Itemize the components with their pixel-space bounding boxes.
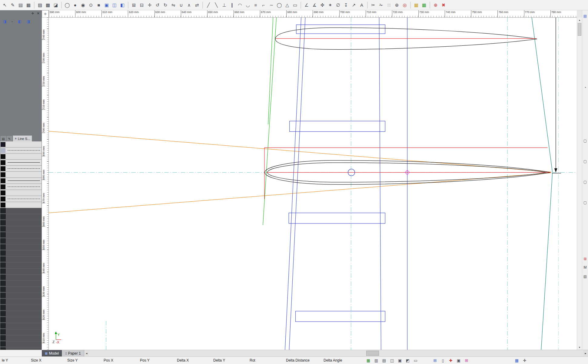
viewport-split-icon[interactable]: ◧ [119, 1, 126, 9]
tab-model[interactable]: ▦ Model [42, 350, 62, 356]
circle-tool-icon[interactable]: ◯ [64, 1, 71, 9]
scroll-up-button[interactable]: ▴ [577, 18, 582, 22]
panel-d-icon[interactable]: ▢ [583, 200, 588, 205]
line-tool-icon[interactable]: ╱ [205, 1, 212, 9]
ruler-corner-tracking-icon[interactable]: ✛ [42, 10, 49, 18]
copy-icon[interactable]: ⊞ [130, 1, 138, 9]
text-tool-icon[interactable]: A [358, 1, 365, 9]
line-style-row[interactable] [0, 178, 42, 184]
close-icon[interactable]: ✕ [36, 12, 40, 15]
node-edit-icon[interactable]: ∪ [178, 1, 185, 9]
line-style-row[interactable] [0, 190, 42, 196]
angle-icon[interactable]: ∠ [303, 1, 310, 9]
panel-mini-tab-2[interactable]: ✎ [7, 136, 12, 141]
status-clock-icon[interactable]: ◔ [583, 85, 588, 90]
list-panel-icon[interactable]: ▤ [583, 274, 588, 279]
dock-left-icon[interactable]: ◧ [18, 19, 22, 24]
line-style-row[interactable] [0, 166, 42, 172]
alert-panel-icon[interactable]: ⊞ [583, 256, 588, 262]
rectangle-tool-icon[interactable]: ▭ [291, 1, 299, 9]
move-icon[interactable]: ✛ [146, 1, 153, 9]
trim-icon[interactable]: ✁ [377, 1, 385, 9]
line-style-row[interactable] [0, 154, 42, 160]
axis-icon[interactable]: ✜ [319, 1, 326, 9]
line-style-row[interactable] [0, 184, 42, 190]
diameter-icon[interactable]: ∅ [334, 1, 342, 9]
corner-icon[interactable]: ⌐ [260, 1, 267, 9]
select-icon[interactable]: ↖ [1, 1, 8, 9]
concentric-tool-icon[interactable]: ⊙ [87, 1, 95, 9]
horizontal-scrollbar[interactable] [89, 350, 583, 356]
arc-down-icon[interactable]: ◡ [244, 1, 251, 9]
parallel-icon[interactable]: ∥ [228, 1, 236, 9]
leader-icon[interactable]: ↗ [350, 1, 357, 9]
tab-line-styles[interactable]: ≡ Line S... [13, 135, 32, 141]
viewport-icon[interactable]: ◫ [111, 1, 118, 9]
workspace-icon[interactable]: ▣ [456, 357, 462, 363]
triangle-icon[interactable]: △ [284, 1, 291, 9]
solid-fill-icon[interactable]: ■ [95, 1, 102, 9]
pencil-icon[interactable]: ✎ [9, 1, 16, 9]
filled-circle-tool-icon[interactable]: ● [71, 1, 79, 9]
circle-3p-icon[interactable]: ◯ [276, 1, 283, 9]
vertical-scrollbar-thumb[interactable] [578, 23, 581, 36]
fill-icon[interactable]: ▩ [44, 1, 51, 9]
vertical-scrollbar[interactable]: ▴ ▾ [577, 18, 582, 350]
grid-icon[interactable]: ▦ [25, 1, 32, 9]
hatch-icon[interactable]: ▨ [36, 1, 44, 9]
diagonal-line-icon[interactable]: ╲ [213, 1, 220, 9]
scissors-icon[interactable]: ✂ [370, 1, 377, 9]
ortho-icon[interactable]: ▤ [381, 357, 387, 363]
angle-measure-icon[interactable]: ∡ [311, 1, 318, 9]
dock-blank-icon[interactable]: ▫ [12, 19, 13, 24]
multiline-icon[interactable]: ≡ [252, 1, 259, 9]
rotate-ccw-icon[interactable]: ↺ [154, 1, 161, 9]
polyline-icon[interactable]: ∧ [185, 1, 193, 9]
line-style-row[interactable] [0, 196, 42, 202]
table-green-icon[interactable]: ▦ [420, 1, 428, 9]
snap-grid-icon[interactable]: ▦ [365, 357, 371, 363]
scroll-left-button[interactable]: ◂ [84, 350, 89, 356]
dimension-icon[interactable]: ↧ [342, 1, 350, 9]
mirror-icon[interactable]: ⇋ [170, 1, 177, 9]
tab-paper-1[interactable]: ▯ Paper 1 [62, 350, 84, 356]
spline-icon[interactable]: ∼ [268, 1, 275, 9]
snap-icon[interactable]: ∷ [385, 1, 393, 9]
rotate-cw-icon[interactable]: ↻ [162, 1, 169, 9]
panel-a-icon[interactable]: ▢ [583, 138, 588, 144]
otrack-icon[interactable]: ◩ [405, 357, 411, 363]
donut-tool-icon[interactable]: ◉ [79, 1, 87, 9]
lineweight-icon[interactable]: ▭ [413, 357, 419, 363]
array-icon[interactable]: ⊟ [138, 1, 145, 9]
far-right-plus-icon[interactable]: ✚ [522, 357, 528, 363]
dock-right-icon[interactable]: ◨ [27, 19, 30, 24]
scroll-right-button[interactable]: ▸ [583, 350, 588, 356]
red-plus-icon[interactable]: ⊕ [432, 1, 439, 9]
line-style-row[interactable] [0, 202, 42, 208]
target-icon[interactable]: ◎ [401, 1, 408, 9]
scroll-down-button[interactable]: ▾ [577, 345, 582, 350]
swap-icon[interactable]: ⇄ [193, 1, 201, 9]
line-style-row[interactable] [0, 160, 42, 166]
pin-icon[interactable]: ✛ [31, 12, 35, 15]
dock-layout-icon[interactable]: ◨ [3, 19, 6, 24]
perpendicular-icon[interactable]: ⊥ [221, 1, 228, 9]
hatch-pink-icon[interactable]: ⊞ [463, 357, 470, 363]
line-style-row[interactable] [0, 141, 42, 147]
far-right-grid-icon[interactable]: ▦ [514, 357, 520, 363]
panel-mini-tab-1[interactable]: ▤ [1, 136, 6, 141]
grid-display-icon[interactable]: ▥ [373, 357, 379, 363]
panel-b-icon[interactable]: ▢ [583, 159, 588, 164]
osnap-icon[interactable]: ▣ [397, 357, 403, 363]
polar-icon[interactable]: ✶ [327, 1, 334, 9]
properties-panel-icon[interactable]: ▤ [583, 13, 588, 19]
horizontal-scrollbar-thumb[interactable] [366, 351, 379, 356]
crosshair-icon[interactable]: ✚ [448, 357, 454, 363]
panel-c-icon[interactable]: ▢ [583, 179, 588, 185]
drawing-canvas[interactable]: Y Z -X [49, 18, 577, 350]
table-yellow-icon[interactable]: ▦ [413, 1, 420, 9]
eraser-icon[interactable]: ◪ [52, 1, 59, 9]
model-space-icon[interactable]: ⊞ [432, 357, 438, 363]
line-style-row[interactable] [0, 172, 42, 178]
line-style-row[interactable] [0, 147, 42, 154]
